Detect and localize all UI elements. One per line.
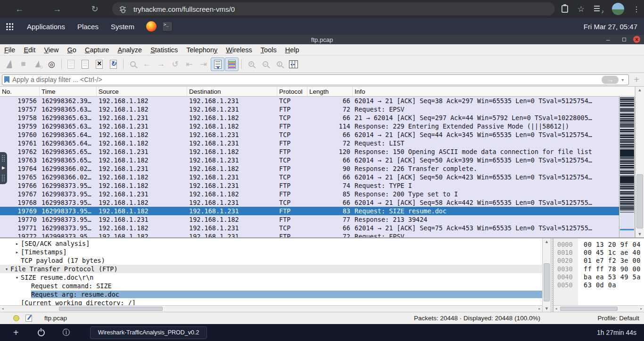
go-back-history-icon[interactable]: ←	[140, 57, 154, 71]
scroll-up-icon[interactable]: ▲	[636, 88, 644, 92]
browser-reload-icon[interactable]: ↻	[90, 4, 100, 14]
scroll-down-icon[interactable]: ▼	[636, 232, 644, 236]
bookmark-star-icon[interactable]: ☆	[578, 4, 585, 14]
scroll-up-icon[interactable]: ▲	[543, 239, 551, 244]
save-capture-file-icon[interactable]	[78, 57, 92, 71]
table-row[interactable]: 19756162998362.39…192.168.1.182192.168.1…	[0, 97, 619, 105]
address-bar[interactable]: tryhackme.com/fullscreen-vms/0	[112, 2, 555, 16]
start-capture-icon[interactable]	[2, 57, 16, 71]
table-row[interactable]: 19767162998373.95…192.168.1.231192.168.1…	[0, 190, 619, 198]
add-filter-button-icon[interactable]: +	[634, 74, 639, 85]
colorize-packets-icon[interactable]	[225, 57, 239, 71]
hex-hscroll-thumb[interactable]	[560, 307, 618, 311]
table-row[interactable]: 19768162998373.95…192.168.1.182192.168.1…	[0, 198, 619, 207]
window-titlebar[interactable]: ftp.pcap – ×	[0, 35, 644, 44]
table-row[interactable]: 19762162998365.65…192.168.1.231192.168.1…	[0, 147, 619, 156]
close-icon[interactable]: ×	[633, 36, 640, 43]
app-grid-icon[interactable]	[6, 23, 13, 30]
menu-statistics[interactable]: Statistics	[146, 46, 182, 54]
collapse-icon[interactable]: ▾	[13, 275, 21, 281]
table-row[interactable]: 19771162998373.95…192.168.1.182192.168.1…	[0, 224, 619, 232]
scroll-left-icon[interactable]: ◂	[1, 306, 4, 312]
scroll-down-icon[interactable]: ▼	[543, 306, 551, 311]
hex-row[interactable]: 0040ba ea 53 49 5a	[553, 273, 644, 281]
site-info-icon[interactable]	[120, 7, 126, 11]
menu-help[interactable]: Help	[281, 46, 304, 54]
details-vscrollbar[interactable]: ▲ ▼	[542, 238, 551, 312]
open-capture-file-icon[interactable]	[64, 57, 78, 71]
status-profile[interactable]: Profile: Default	[597, 315, 639, 322]
column-header-info[interactable]: Info	[353, 87, 635, 97]
auto-scroll-live-icon[interactable]: ▼	[211, 57, 224, 71]
browser-forward-icon[interactable]: →	[52, 4, 62, 14]
detail-row[interactable]: TCP payload (17 bytes)	[0, 256, 542, 265]
column-header-time[interactable]: Time	[40, 87, 97, 97]
stop-capture-icon[interactable]: ■	[17, 57, 30, 71]
detail-row[interactable]: ▾SIZE resume.doc\r\n	[0, 273, 542, 282]
zoom-original-icon[interactable]: 1	[272, 57, 286, 71]
menu-file[interactable]: File	[0, 46, 19, 54]
table-row[interactable]: 19765162998366.02…192.168.1.182192.168.1…	[0, 173, 619, 181]
firefox-icon[interactable]	[146, 21, 157, 32]
display-filter-field[interactable]: → ▾	[2, 74, 629, 85]
column-header-protocol[interactable]: Protocol	[277, 87, 307, 97]
hex-row[interactable]: 001000 45 1c ae 40	[553, 248, 644, 256]
apply-filter-icon[interactable]: →	[602, 76, 619, 84]
table-row[interactable]: 19769162998373.95…192.168.1.182192.168.1…	[0, 207, 619, 215]
clipboard-icon[interactable]	[561, 5, 568, 13]
browser-menu-icon[interactable]: ⋮	[633, 5, 640, 14]
close-capture-file-icon[interactable]: ×	[92, 57, 106, 71]
capture-comment-icon[interactable]	[25, 315, 32, 322]
menu-edit[interactable]: Edit	[19, 46, 40, 54]
menu-analyze[interactable]: Analyze	[114, 46, 147, 54]
scroll-right-icon[interactable]: ▸	[640, 306, 643, 312]
column-header-length[interactable]: Length	[307, 87, 353, 97]
restart-capture-icon[interactable]: ↻	[31, 57, 44, 71]
info-icon[interactable]: ⓘ	[63, 328, 70, 338]
details-hscroll-thumb[interactable]	[59, 307, 163, 311]
collapse-icon[interactable]: ▾	[3, 266, 10, 272]
go-to-packet-icon[interactable]: ↺	[168, 57, 182, 71]
find-packet-icon[interactable]	[126, 57, 140, 71]
intelligent-scrollbar-minimap[interactable]	[619, 97, 635, 237]
go-last-packet-icon[interactable]: ⇥	[197, 57, 210, 71]
details-vscroll-thumb[interactable]	[544, 263, 550, 301]
status-file-name[interactable]: ftp.pcap	[44, 315, 67, 322]
column-header-destination[interactable]: Destination	[187, 87, 277, 97]
go-forward-history-icon[interactable]: →	[154, 57, 168, 71]
restore-icon[interactable]	[622, 35, 626, 44]
playlist-icon[interactable]	[594, 6, 603, 12]
menu-telephony[interactable]: Telephony	[182, 46, 222, 54]
menu-tools[interactable]: Tools	[256, 46, 281, 54]
detail-row[interactable]: ▸[SEQ/ACK analysis]	[0, 239, 542, 248]
expand-icon[interactable]: ▸	[13, 241, 21, 247]
go-first-packet-icon[interactable]: ⇤	[182, 57, 196, 71]
column-header-source[interactable]: Source	[97, 87, 187, 97]
scroll-left-icon[interactable]: ◂	[555, 306, 557, 312]
zoom-out-icon[interactable]: −	[258, 57, 272, 71]
filter-dropdown-caret-icon[interactable]: ▾	[621, 77, 624, 82]
hex-row[interactable]: 005063 0d 0a	[553, 281, 644, 289]
hex-hscrollbar[interactable]: ◂ ▸	[553, 305, 644, 312]
menu-capture[interactable]: Capture	[81, 46, 114, 54]
column-header-no[interactable]: No.	[0, 87, 40, 97]
detail-row[interactable]: ▾File Transfer Protocol (FTP)	[0, 265, 542, 273]
expand-icon[interactable]: ▸	[13, 249, 21, 255]
terminal-icon[interactable]: >_	[162, 21, 173, 32]
hex-row[interactable]: 002001 e7 f2 3e 00	[553, 257, 644, 265]
menu-go[interactable]: Go	[63, 46, 81, 54]
table-row[interactable]: 19757162998365.63…192.168.1.182192.168.1…	[0, 105, 619, 114]
desktop-menu-applications[interactable]: Applications	[21, 23, 71, 31]
menu-view[interactable]: View	[40, 46, 63, 54]
detail-row[interactable]: ▸[Timestamps]	[0, 248, 542, 256]
packet-list-vscrollbar[interactable]: ▲ ▼	[635, 87, 644, 237]
vm-window-tab[interactable]: Wireshark-TrafficAnalysis_PROD_v0.2	[90, 326, 207, 339]
taskbar-plus-icon[interactable]: +	[13, 327, 19, 338]
minimize-icon[interactable]: –	[603, 35, 613, 44]
details-hscrollbar[interactable]: ◂ ▸	[0, 305, 542, 312]
table-row[interactable]: 19763162998365.65…192.168.1.182192.168.1…	[0, 156, 619, 164]
table-row[interactable]: 19772162998373.95…192.168.1.182192.168.1…	[0, 232, 619, 237]
hex-row[interactable]: 0030ff ff 78 90 00	[553, 265, 644, 273]
table-row[interactable]: 19760162998365.64…192.168.1.182192.168.1…	[0, 130, 619, 139]
table-row[interactable]: 19758162998365.63…192.168.1.231192.168.1…	[0, 114, 619, 122]
